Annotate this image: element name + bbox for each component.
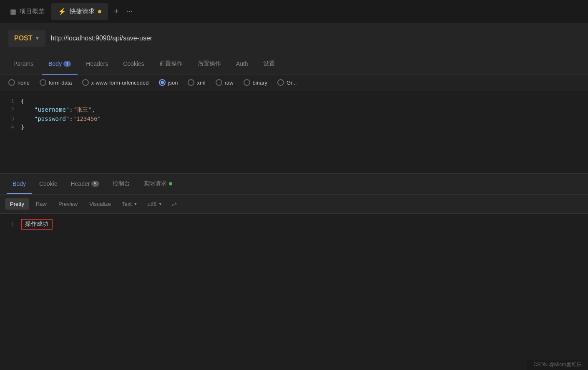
cookies-tab-label: Cookies xyxy=(123,60,144,67)
settings-tab-label: 设置 xyxy=(263,60,275,68)
response-tabs: Body Cookie Header 5 控制台 实际请求 xyxy=(0,174,588,195)
encoding-chevron: ▼ xyxy=(158,202,162,206)
line-num-2: 2 xyxy=(0,106,21,112)
resp-header-badge: 5 xyxy=(91,181,99,187)
fmt-pretty-label: Pretty xyxy=(10,201,24,207)
radio-xml-label: xml xyxy=(197,80,205,86)
text-format-chevron: ▼ xyxy=(133,202,138,206)
more-icon: ··· xyxy=(126,7,133,15)
radio-circle-form-data xyxy=(40,79,46,86)
line-num-4: 4 xyxy=(0,124,21,130)
resp-tab-body[interactable]: Body xyxy=(7,174,32,194)
req-tab-post-op[interactable]: 后置操作 xyxy=(191,53,228,75)
encoding-select[interactable]: utf8 ▼ xyxy=(143,199,167,209)
radio-json-label: json xyxy=(168,80,178,86)
method-dropdown[interactable]: POST ▼ xyxy=(8,30,45,47)
tab-quick-request[interactable]: ⚡ 快捷请求 xyxy=(51,3,108,20)
radio-binary-label: binary xyxy=(253,80,267,86)
resp-tab-cookie[interactable]: Cookie xyxy=(33,174,63,194)
response-highlight: 操作成功 xyxy=(21,219,53,230)
radio-circle-raw xyxy=(216,79,222,86)
tab-overview[interactable]: ▦ 项目概览 xyxy=(3,3,51,20)
radio-circle-binary xyxy=(244,79,250,86)
params-tab-label: Params xyxy=(13,60,33,67)
chevron-down-icon: ▼ xyxy=(35,35,40,41)
body-type-row: none form-data x-www-form-urlencoded jso… xyxy=(0,75,588,90)
radio-xml[interactable]: xml xyxy=(188,79,205,86)
req-tab-body[interactable]: Body 1 xyxy=(42,53,78,75)
radio-json[interactable]: json xyxy=(159,79,178,86)
response-line-1: 1 操作成功 xyxy=(0,218,588,230)
radio-form-data[interactable]: form-data xyxy=(40,79,72,86)
resp-body-label: Body xyxy=(13,180,26,187)
req-tab-params[interactable]: Params xyxy=(7,53,40,75)
resp-tab-actual-request[interactable]: 实际请求 xyxy=(138,174,178,194)
code-line-2: 2 "username":"张三", xyxy=(0,105,588,115)
lightning-icon: ⚡ xyxy=(58,8,66,15)
radio-circle-gr xyxy=(277,79,284,86)
val-password: "123456" xyxy=(73,115,101,122)
radio-binary[interactable]: binary xyxy=(244,79,267,86)
line-num-1: 1 xyxy=(0,98,21,104)
code-content-2: "username":"张三", xyxy=(21,106,588,114)
fmt-pretty-button[interactable]: Pretty xyxy=(5,198,29,210)
radio-gr[interactable]: Gr... xyxy=(277,79,297,86)
method-label: POST xyxy=(14,35,33,42)
radio-form-data-label: form-data xyxy=(49,80,72,86)
radio-urlencoded-label: x-www-form-urlencoded xyxy=(91,80,149,86)
key-username: "username" xyxy=(34,106,69,113)
radio-urlencoded[interactable]: x-www-form-urlencoded xyxy=(82,79,149,86)
code-content-3: "password":"123456" xyxy=(21,115,588,122)
encoding-label: utf8 xyxy=(148,201,157,207)
text-format-label: Text xyxy=(122,201,132,207)
fmt-raw-label: Raw xyxy=(36,201,47,207)
format-bar: Pretty Raw Preview Visualize Text ▼ utf8… xyxy=(0,195,588,214)
resp-console-label: 控制台 xyxy=(113,180,130,188)
radio-circle-none xyxy=(8,79,15,86)
fmt-visualize-label: Visualize xyxy=(89,201,111,207)
code-content-4: } xyxy=(21,124,588,130)
tab-modified-dot xyxy=(98,10,101,13)
resp-header-label: Header xyxy=(71,180,90,187)
resp-tab-header[interactable]: Header 5 xyxy=(65,174,105,194)
text-format-select[interactable]: Text ▼ xyxy=(118,199,142,209)
post-op-tab-label: 后置操作 xyxy=(198,60,221,68)
fmt-raw-button[interactable]: Raw xyxy=(31,198,52,210)
code-editor[interactable]: 1 { 2 "username":"张三", 3 "password":"123… xyxy=(0,90,588,174)
resp-line-num-1: 1 xyxy=(0,221,21,228)
code-line-3: 3 "password":"123456" xyxy=(0,115,588,123)
radio-circle-xml xyxy=(188,79,194,86)
tab-more-button[interactable]: ··· xyxy=(123,5,136,18)
fmt-preview-label: Preview xyxy=(58,201,78,207)
wrap-button[interactable]: ⇌ xyxy=(168,198,180,210)
fmt-preview-button[interactable]: Preview xyxy=(53,198,83,210)
body-tab-badge: 1 xyxy=(63,61,71,67)
resp-actual-request-label: 实际请求 xyxy=(143,180,167,188)
radio-raw[interactable]: raw xyxy=(216,79,234,86)
req-tab-pre-op[interactable]: 前置操作 xyxy=(153,53,189,75)
radio-circle-urlencoded xyxy=(82,79,89,86)
req-tab-settings[interactable]: 设置 xyxy=(256,53,281,75)
actual-request-dot xyxy=(169,182,172,185)
radio-none[interactable]: none xyxy=(8,79,30,86)
body-tab-label: Body xyxy=(48,60,62,67)
fmt-visualize-button[interactable]: Visualize xyxy=(84,198,116,210)
tab-add-button[interactable]: + xyxy=(110,5,123,18)
footer-text: CSDN @Micro麦可乐 xyxy=(533,362,581,368)
add-icon: + xyxy=(114,7,119,16)
radio-circle-json xyxy=(159,79,166,86)
key-password: "password" xyxy=(34,115,69,122)
headers-tab-label: Headers xyxy=(86,60,108,67)
code-line-4: 4 } xyxy=(0,123,588,131)
line-num-3: 3 xyxy=(0,115,21,122)
req-tab-auth[interactable]: Auth xyxy=(229,53,255,75)
req-tab-cookies[interactable]: Cookies xyxy=(116,53,151,75)
pre-op-tab-label: 前置操作 xyxy=(159,60,183,68)
response-content: 操作成功 xyxy=(25,220,48,227)
resp-tab-console[interactable]: 控制台 xyxy=(107,174,136,194)
response-body: 1 操作成功 xyxy=(0,214,588,235)
radio-raw-label: raw xyxy=(225,80,234,86)
url-input[interactable] xyxy=(50,31,580,45)
req-tab-headers[interactable]: Headers xyxy=(79,53,115,75)
url-bar: POST ▼ xyxy=(0,23,588,53)
